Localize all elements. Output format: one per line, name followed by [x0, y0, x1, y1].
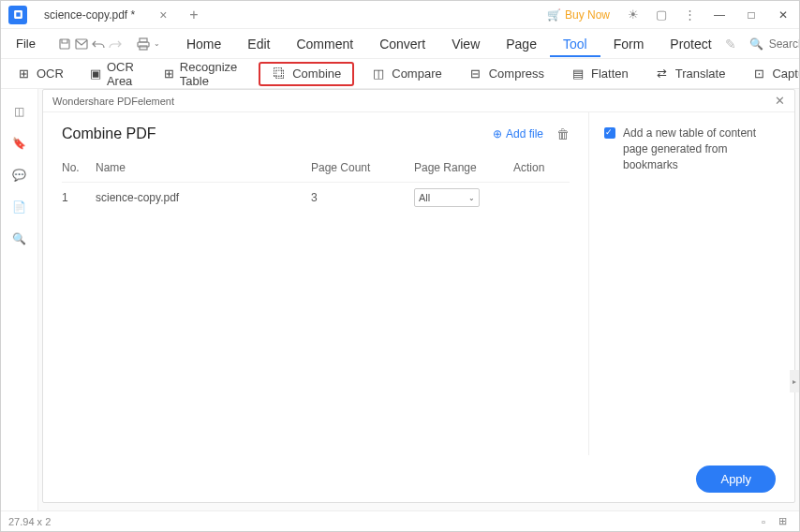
- compare-icon: ◫: [371, 66, 386, 81]
- panel-heading: Combine PDF: [62, 126, 156, 142]
- panel-title: Wondershare PDFelement: [52, 96, 174, 107]
- panel-titlebar: Wondershare PDFelement ✕: [43, 90, 794, 112]
- view-mode-1-icon[interactable]: ▫: [754, 513, 773, 530]
- col-no: No.: [62, 161, 96, 174]
- new-tab-button[interactable]: +: [189, 7, 198, 23]
- more-icon[interactable]: ⋮: [679, 5, 700, 25]
- delete-icon[interactable]: 🗑: [556, 126, 570, 141]
- titlebar: science-copy.pdf * × + 🛒 Buy Now ☀ ▢ ⋮ —…: [1, 1, 799, 29]
- print-dropdown-icon[interactable]: ⌄: [154, 33, 160, 55]
- tool-flatten[interactable]: ▤Flatten: [561, 63, 638, 85]
- menu-comment[interactable]: Comment: [283, 37, 366, 52]
- buy-now-label: Buy Now: [565, 8, 610, 22]
- chevron-down-icon: ⌄: [468, 194, 475, 202]
- search-tools[interactable]: 🔍: [742, 37, 800, 51]
- menu-home[interactable]: Home: [173, 37, 234, 52]
- app-icon: [8, 6, 27, 24]
- buy-now-button[interactable]: 🛒 Buy Now: [541, 8, 615, 22]
- comments-icon[interactable]: 💬: [10, 166, 29, 185]
- notification-icon[interactable]: ☀: [623, 5, 644, 25]
- row-page-count: 3: [311, 191, 414, 204]
- files-table: No. Name Page Count Page Range Action 1 …: [62, 154, 570, 213]
- menu-file[interactable]: File: [7, 37, 45, 51]
- attachments-icon[interactable]: 📄: [10, 198, 29, 216]
- flatten-icon: ▤: [570, 66, 585, 81]
- panel-close-icon[interactable]: ✕: [775, 94, 785, 108]
- toolbar: ⊞OCR ▣OCR Area ⊞Recognize Table ⿻Combine…: [1, 59, 799, 89]
- save-icon[interactable]: [58, 33, 71, 55]
- tool-combine[interactable]: ⿻Combine: [259, 62, 354, 86]
- ocr-icon: ⊞: [16, 66, 31, 81]
- col-page-count: Page Count: [311, 161, 414, 174]
- panel-side: Add a new table of content page generate…: [588, 112, 794, 455]
- menu-convert[interactable]: Convert: [366, 37, 438, 52]
- apply-button[interactable]: Apply: [696, 466, 776, 493]
- tab-title: science-copy.pdf *: [44, 8, 135, 22]
- minimize-button[interactable]: —: [707, 5, 732, 25]
- col-name: Name: [96, 161, 311, 174]
- tool-compare[interactable]: ◫Compare: [362, 63, 451, 85]
- maximize-button[interactable]: □: [739, 5, 763, 25]
- tool-ocr-area[interactable]: ▣OCR Area: [81, 56, 147, 92]
- menu-form[interactable]: Form: [600, 37, 658, 52]
- plus-icon: ⊕: [493, 127, 502, 140]
- toc-option-label: Add a new table of content page generate…: [623, 126, 779, 172]
- menu-page[interactable]: Page: [493, 37, 550, 52]
- page-dimensions: 27.94 x 2: [8, 516, 51, 527]
- tool-recognize-table[interactable]: ⊞Recognize Table: [155, 56, 251, 92]
- print-icon[interactable]: [137, 33, 150, 55]
- tool-ocr[interactable]: ⊞OCR: [7, 63, 73, 85]
- mail-icon[interactable]: [75, 33, 88, 55]
- redo-icon[interactable]: [109, 33, 122, 55]
- side-toolbar: ◫ 🔖 💬 📄 🔍: [1, 89, 38, 510]
- tool-capture[interactable]: ⊡Capture: [742, 63, 800, 85]
- menubar: File ⌄ Home Edit Comment Convert View Pa…: [1, 29, 799, 59]
- capture-icon: ⊡: [751, 66, 766, 81]
- menu-view[interactable]: View: [438, 37, 493, 52]
- svg-rect-1: [16, 12, 20, 16]
- add-file-label: Add file: [506, 127, 543, 140]
- toc-option[interactable]: Add a new table of content page generate…: [604, 126, 779, 172]
- table-icon: ⊞: [164, 66, 174, 81]
- add-file-button[interactable]: ⊕ Add file: [493, 127, 543, 140]
- pencil-icon[interactable]: ✎: [725, 37, 736, 52]
- translate-icon: ⇄: [655, 66, 670, 81]
- table-row[interactable]: 1 science-copy.pdf 3 All ⌄: [62, 183, 570, 213]
- tool-translate[interactable]: ⇄Translate: [645, 63, 735, 85]
- thumbnails-icon[interactable]: ◫: [10, 102, 29, 121]
- tool-compress[interactable]: ⊟Compress: [459, 63, 554, 85]
- search-side-icon[interactable]: 🔍: [10, 229, 29, 248]
- menu-protect[interactable]: Protect: [657, 37, 724, 52]
- col-action: Action: [513, 161, 570, 174]
- search-icon: 🔍: [749, 37, 763, 51]
- svg-rect-6: [140, 46, 147, 50]
- row-name: science-copy.pdf: [96, 191, 311, 204]
- message-icon[interactable]: ▢: [651, 5, 672, 25]
- content-area: ◫ 🔖 💬 📄 🔍 Wondershare PDFelement ✕ Combi…: [1, 89, 799, 510]
- search-tools-input[interactable]: [769, 37, 800, 51]
- page-range-value: All: [419, 192, 430, 203]
- col-page-range: Page Range: [414, 161, 513, 174]
- combine-icon: ⿻: [272, 66, 287, 81]
- view-mode-2-icon[interactable]: ⊞: [773, 513, 792, 530]
- document-tab[interactable]: science-copy.pdf * ×: [33, 2, 178, 28]
- cart-icon: 🛒: [547, 8, 561, 22]
- svg-rect-3: [76, 39, 87, 49]
- side-expand-handle[interactable]: ▸: [790, 370, 799, 392]
- row-no: 1: [62, 191, 96, 204]
- statusbar: 27.94 x 2 ▫ ⊞: [1, 510, 799, 531]
- menu-tool[interactable]: Tool: [550, 37, 600, 57]
- tab-close-icon[interactable]: ×: [159, 7, 167, 22]
- menu-edit[interactable]: Edit: [234, 37, 283, 52]
- ocr-area-icon: ▣: [90, 66, 101, 81]
- checkbox-checked-icon[interactable]: [604, 127, 615, 139]
- compress-icon: ⊟: [468, 66, 483, 81]
- combine-panel: Wondershare PDFelement ✕ Combine PDF ⊕ A…: [42, 89, 795, 503]
- bookmarks-icon[interactable]: 🔖: [10, 134, 29, 153]
- close-button[interactable]: ✕: [771, 5, 795, 25]
- page-range-select[interactable]: All ⌄: [414, 188, 480, 207]
- undo-icon[interactable]: [92, 33, 105, 55]
